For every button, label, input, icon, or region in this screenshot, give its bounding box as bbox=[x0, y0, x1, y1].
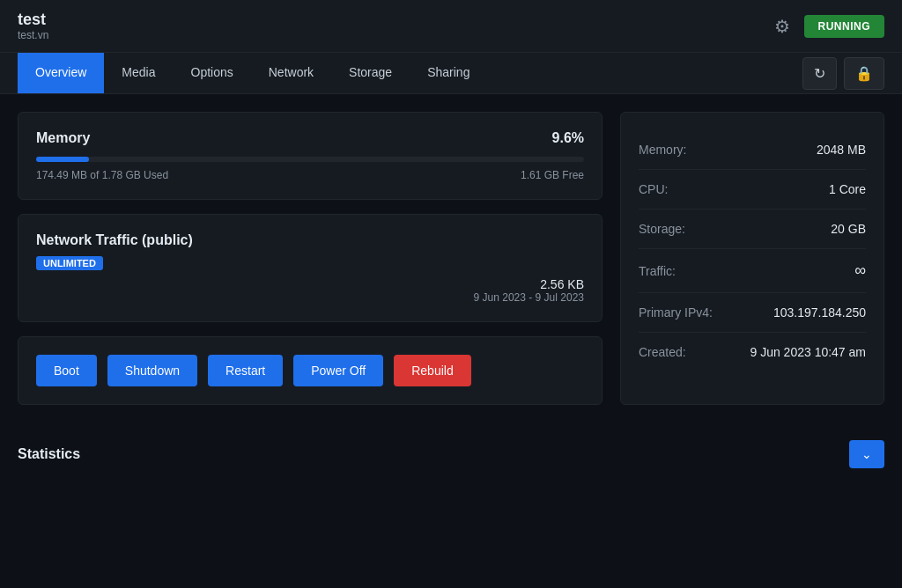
ipv4-info-label: Primary IPv4: bbox=[639, 305, 713, 320]
memory-title: Memory bbox=[36, 130, 90, 146]
tab-overview[interactable]: Overview bbox=[18, 53, 104, 93]
info-row-created: Created: 9 Jun 2023 10:47 am bbox=[639, 333, 866, 371]
boot-button[interactable]: Boot bbox=[36, 355, 97, 386]
settings-button[interactable]: ⚙ bbox=[771, 12, 794, 40]
memory-card: Memory 9.6% 174.49 MB of 1.78 GB Used 1.… bbox=[18, 112, 603, 200]
power-off-button[interactable]: Power Off bbox=[293, 355, 383, 386]
main-content: Memory 9.6% 174.49 MB of 1.78 GB Used 1.… bbox=[0, 94, 902, 423]
statistics-section: Statistics ⌄ bbox=[0, 423, 902, 468]
header: test test.vn ⚙ RUNNING bbox=[0, 0, 902, 53]
restart-icon-button[interactable]: ↻ bbox=[802, 57, 837, 90]
info-row-storage: Storage: 20 GB bbox=[639, 209, 866, 249]
network-traffic-title: Network Traffic (public) bbox=[36, 232, 584, 248]
storage-info-value: 20 GB bbox=[831, 222, 866, 236]
network-traffic-card: Network Traffic (public) UNLIMITED 2.56 … bbox=[18, 214, 603, 322]
left-panel: Memory 9.6% 174.49 MB of 1.78 GB Used 1.… bbox=[18, 112, 603, 405]
header-left: test test.vn bbox=[18, 11, 48, 41]
memory-info-value: 2048 MB bbox=[817, 143, 866, 157]
info-row-cpu: CPU: 1 Core bbox=[639, 170, 866, 209]
shutdown-button[interactable]: Shutdown bbox=[107, 355, 197, 386]
traffic-info-label: Traffic: bbox=[639, 264, 676, 278]
statistics-title: Statistics bbox=[18, 446, 80, 462]
lock-icon-button[interactable]: 🔒 bbox=[844, 57, 884, 90]
storage-info-label: Storage: bbox=[639, 222, 685, 236]
created-info-label: Created: bbox=[639, 345, 686, 359]
network-traffic-header: Network Traffic (public) UNLIMITED bbox=[36, 232, 584, 270]
info-row-traffic: Traffic: ∞ bbox=[639, 249, 866, 293]
memory-progress-container bbox=[36, 157, 584, 162]
memory-info-label: Memory: bbox=[639, 143, 686, 157]
action-buttons-card: Boot Shutdown Restart Power Off Rebuild bbox=[18, 336, 603, 405]
server-subtitle: test.vn bbox=[18, 29, 48, 41]
created-info-value: 9 Jun 2023 10:47 am bbox=[750, 345, 866, 359]
memory-free: 1.61 GB Free bbox=[521, 169, 584, 181]
tab-sharing[interactable]: Sharing bbox=[410, 53, 487, 93]
server-title: test bbox=[18, 11, 48, 29]
tab-media[interactable]: Media bbox=[104, 53, 173, 93]
cpu-info-label: CPU: bbox=[639, 182, 668, 196]
rebuild-button[interactable]: Rebuild bbox=[394, 355, 470, 386]
memory-progress-fill bbox=[36, 157, 89, 162]
nav-bar: Overview Media Options Network Storage S… bbox=[0, 53, 902, 94]
info-row-ipv4: Primary IPv4: 103.197.184.250 bbox=[639, 293, 866, 333]
restart-button[interactable]: Restart bbox=[208, 355, 283, 386]
cpu-info-value: 1 Core bbox=[829, 182, 866, 196]
traffic-info-value: ∞ bbox=[854, 261, 866, 280]
server-info-panel: Memory: 2048 MB CPU: 1 Core Storage: 20 … bbox=[620, 112, 884, 405]
memory-details: 174.49 MB of 1.78 GB Used 1.61 GB Free bbox=[36, 169, 584, 181]
nav-actions: ↻ 🔒 bbox=[802, 57, 884, 90]
memory-header: Memory 9.6% bbox=[36, 130, 584, 146]
network-size: 2.56 KB bbox=[36, 277, 584, 291]
tab-network[interactable]: Network bbox=[251, 53, 331, 93]
nav-tabs: Overview Media Options Network Storage S… bbox=[18, 53, 487, 93]
tab-storage[interactable]: Storage bbox=[331, 53, 410, 93]
network-stats: 2.56 KB 9 Jun 2023 - 9 Jul 2023 bbox=[36, 277, 584, 304]
statistics-toggle-button[interactable]: ⌄ bbox=[849, 440, 884, 468]
tab-options[interactable]: Options bbox=[174, 53, 251, 93]
info-row-memory: Memory: 2048 MB bbox=[639, 130, 866, 170]
memory-percent: 9.6% bbox=[552, 130, 584, 146]
ipv4-info-value: 103.197.184.250 bbox=[773, 305, 866, 320]
memory-used: 174.49 MB of 1.78 GB Used bbox=[36, 169, 168, 181]
running-status-badge[interactable]: RUNNING bbox=[804, 15, 885, 38]
unlimited-badge: UNLIMITED bbox=[36, 256, 103, 270]
network-date-range: 9 Jun 2023 - 9 Jul 2023 bbox=[36, 291, 584, 304]
header-right: ⚙ RUNNING bbox=[771, 12, 885, 40]
